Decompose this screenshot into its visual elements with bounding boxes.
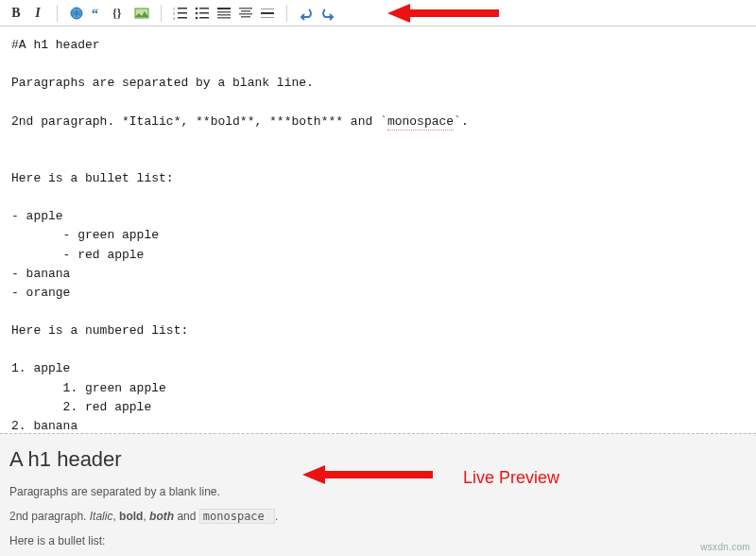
toolbar-separator — [57, 5, 58, 22]
preview-italic: Italic — [90, 510, 113, 523]
heading-icon — [216, 6, 232, 21]
globe-icon — [69, 6, 84, 21]
svg-point-11 — [196, 7, 198, 9]
svg-point-12 — [196, 11, 198, 14]
heading-button[interactable] — [214, 3, 234, 24]
editor-line: - banana — [11, 267, 70, 281]
editor-line: 2. red apple — [11, 400, 151, 414]
toolbar: B I “ {} 1 2 3 — [0, 0, 756, 26]
editor-line: 1. green apple — [11, 381, 166, 395]
preview-paragraph: Here is a bullet list: — [9, 534, 747, 547]
editor-mono-span: monospace — [387, 114, 454, 130]
toolbar-separator — [161, 5, 162, 22]
svg-rect-27 — [261, 17, 274, 18]
preview-mono: monospace — [199, 509, 275, 524]
live-preview-pane: A h1 header Paragraphs are separated by … — [0, 433, 756, 556]
editor-line: 2. banana — [11, 419, 77, 433]
editor-line: 1. apple — [11, 361, 70, 375]
svg-rect-25 — [261, 9, 274, 9]
svg-rect-15 — [199, 12, 209, 14]
editor-line: - apple — [11, 209, 63, 223]
quote-button[interactable]: “ — [88, 3, 109, 24]
preview-text: and — [174, 510, 199, 523]
svg-rect-19 — [217, 14, 231, 16]
italic-button[interactable]: I — [27, 3, 48, 24]
svg-rect-21 — [239, 8, 252, 9]
unordered-list-button[interactable] — [192, 3, 213, 24]
editor-line: #A h1 header — [11, 38, 100, 52]
svg-rect-24 — [241, 16, 250, 18]
undo-button[interactable] — [296, 3, 317, 24]
align-button[interactable] — [235, 3, 256, 24]
svg-rect-20 — [217, 17, 231, 19]
svg-rect-8 — [178, 8, 187, 9]
editor-line: Here is a bullet list: — [11, 171, 174, 185]
svg-rect-22 — [241, 10, 250, 12]
image-button[interactable] — [131, 3, 152, 24]
preview-paragraph: 2nd paragraph. Italic, bold, both and mo… — [9, 510, 747, 523]
redo-icon — [320, 6, 335, 21]
svg-rect-14 — [199, 8, 209, 9]
svg-point-4 — [138, 10, 141, 13]
editor-line: Paragraphs are separated by a blank line… — [11, 76, 314, 90]
braces-icon: {} — [112, 6, 128, 21]
bold-button[interactable]: B — [6, 3, 26, 24]
svg-rect-9 — [178, 12, 187, 14]
redo-button[interactable] — [318, 3, 338, 24]
preview-bold: bold — [119, 510, 143, 523]
svg-text:“: “ — [92, 7, 98, 21]
ordered-list-button[interactable]: 1 2 3 — [170, 3, 191, 24]
preview-h1: A h1 header — [9, 447, 747, 472]
unordered-list-icon — [195, 6, 210, 21]
align-icon — [238, 6, 253, 21]
svg-text:{}: {} — [112, 7, 122, 20]
undo-icon — [299, 6, 314, 21]
quote-icon: “ — [91, 6, 106, 21]
hr-button[interactable] — [257, 3, 278, 24]
svg-rect-16 — [199, 17, 209, 19]
preview-text: 2nd paragraph. — [9, 510, 90, 523]
editor-line: - red apple — [11, 248, 144, 262]
ordered-list-icon: 1 2 3 — [173, 6, 188, 21]
editor-line: `. — [454, 114, 469, 129]
horizontal-rule-icon — [260, 6, 275, 21]
svg-rect-26 — [261, 12, 274, 14]
preview-paragraph: Paragraphs are separated by a blank line… — [9, 485, 747, 498]
svg-rect-17 — [217, 8, 231, 9]
link-button[interactable] — [66, 3, 87, 24]
editor-line: Here is a numbered list: — [11, 323, 188, 338]
editor-line: - orange — [11, 286, 70, 300]
editor-line: 2nd paragraph. *Italic*, **bold**, ***bo… — [11, 114, 387, 129]
markdown-editor[interactable]: #A h1 header Paragraphs are separated by… — [0, 26, 756, 433]
preview-bold-italic: both — [149, 510, 174, 523]
svg-point-13 — [196, 16, 198, 19]
image-icon — [134, 6, 149, 21]
svg-rect-23 — [239, 13, 252, 15]
svg-rect-10 — [178, 17, 187, 19]
svg-text:3: 3 — [173, 16, 175, 21]
svg-rect-18 — [217, 11, 231, 13]
preview-text: . — [275, 510, 278, 523]
toolbar-separator — [286, 5, 287, 22]
code-button[interactable]: {} — [110, 3, 130, 24]
editor-line: - green apple — [11, 228, 159, 242]
